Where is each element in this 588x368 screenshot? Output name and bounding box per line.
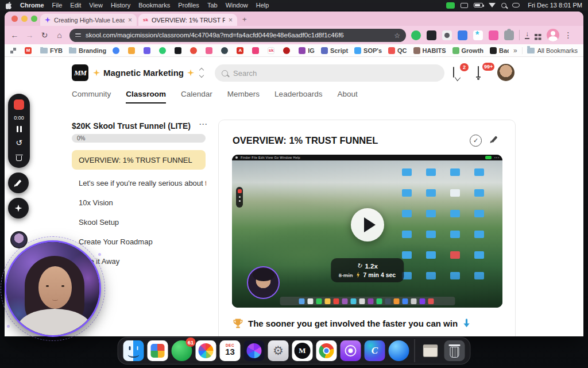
bookmark-item[interactable] <box>113 47 122 54</box>
bookmark-item[interactable] <box>175 47 184 54</box>
window-close-button[interactable] <box>11 16 18 22</box>
presenter-avatar-mini[interactable] <box>10 231 28 248</box>
lesson-item[interactable]: Skool Setup <box>79 218 206 227</box>
app-m[interactable]: M <box>292 340 313 361</box>
search-bar[interactable] <box>215 64 444 82</box>
app-calendar[interactable]: DEC13 <box>220 340 241 361</box>
minimized-window[interactable] <box>420 340 441 361</box>
bookmark-item[interactable]: A <box>237 47 246 54</box>
screen-record-indicator-icon[interactable] <box>446 2 455 9</box>
bookmark-item[interactable] <box>144 47 153 54</box>
app-settings[interactable] <box>268 340 289 361</box>
bookmark-item[interactable]: QC <box>388 47 407 54</box>
user-avatar[interactable] <box>497 64 514 81</box>
display-icon[interactable] <box>461 3 468 8</box>
video-player[interactable]: Finder File Edit View Go Window Help • •… <box>232 155 502 308</box>
bookmark-item[interactable] <box>221 47 230 54</box>
app-photos[interactable] <box>196 340 216 361</box>
window-zoom-button[interactable] <box>31 16 37 22</box>
extension-icon[interactable] <box>489 30 498 40</box>
bookmark-item[interactable] <box>190 47 199 54</box>
url-text[interactable]: skool.com/magicmission/classroom/4c47049… <box>86 32 389 39</box>
tab-close-icon[interactable]: × <box>229 16 233 24</box>
side-panel-grid-icon[interactable] <box>535 34 537 37</box>
community-name-row[interactable]: Magnetic Marketing <box>93 68 194 78</box>
app-podcasts[interactable] <box>341 340 361 361</box>
reload-button[interactable] <box>40 30 49 40</box>
extension-snowflake-icon[interactable] <box>473 30 483 40</box>
community-logo[interactable]: MM <box>72 64 88 81</box>
edit-lesson-button[interactable] <box>489 135 500 145</box>
menu-item-help[interactable]: Help <box>256 2 269 9</box>
menu-item-tab[interactable]: Tab <box>207 2 218 9</box>
bookmark-item[interactable] <box>206 47 215 54</box>
bookmark-star-icon[interactable] <box>394 30 400 40</box>
forward-button[interactable] <box>25 30 34 40</box>
delete-recording-button[interactable] <box>16 153 23 161</box>
bookmark-folder[interactable]: FYB <box>40 47 63 54</box>
dock-trash[interactable] <box>444 340 465 361</box>
chat-button[interactable]: 2 <box>453 67 454 78</box>
tab-calendar[interactable]: Calendar <box>181 90 212 103</box>
address-bar[interactable]: skool.com/magicmission/classroom/4c47049… <box>69 29 406 42</box>
menubar-clock[interactable]: Fri Dec 13 8:01 PM <box>528 2 582 9</box>
play-button[interactable] <box>351 208 384 241</box>
app-finder[interactable] <box>123 340 144 361</box>
bookmark-item[interactable]: IG <box>299 47 315 54</box>
window-minimize-button[interactable] <box>21 16 28 22</box>
bookmark-item[interactable]: Growth <box>452 47 484 54</box>
active-app-menu[interactable]: Chrome <box>20 2 44 9</box>
app-green-badge[interactable]: 61 <box>172 340 192 361</box>
lesson-item-active[interactable]: OVERVIEW: 1% TRUST FUNNEL <box>72 150 206 170</box>
tab-classroom[interactable]: Classroom <box>126 90 166 103</box>
bookmark-item[interactable] <box>283 47 292 54</box>
annotate-button[interactable] <box>8 172 29 193</box>
control-center-icon[interactable] <box>512 3 520 7</box>
spotlight-search-icon[interactable] <box>501 3 506 8</box>
lesson-item[interactable]: Let's see if you're really serious about… <box>79 179 206 187</box>
webcam-bubble[interactable] <box>5 240 101 337</box>
wifi-icon[interactable] <box>489 3 496 11</box>
app-mosaic[interactable] <box>148 340 168 361</box>
menu-item-window[interactable]: Window <box>226 2 248 9</box>
bookmark-item[interactable]: M <box>25 47 34 54</box>
pause-recording-button[interactable] <box>17 126 22 132</box>
lesson-item[interactable]: 10x Vision <box>79 198 206 207</box>
browser-menu-button[interactable] <box>564 30 572 40</box>
bookmark-item[interactable]: Backpak AI <box>490 47 509 54</box>
stop-recording-button[interactable] <box>14 99 24 110</box>
app-chrome[interactable] <box>316 340 337 361</box>
menu-item-profiles[interactable]: Profiles <box>178 2 199 9</box>
bookmark-folder[interactable]: Branding <box>69 47 106 54</box>
extension-icon[interactable] <box>411 30 421 40</box>
extension-icon[interactable] <box>458 30 467 40</box>
tab-community[interactable]: Community <box>72 90 111 103</box>
app-blue-circle[interactable] <box>389 340 409 361</box>
menu-item-history[interactable]: History <box>111 2 130 9</box>
new-tab-button[interactable]: + <box>242 15 247 24</box>
course-menu-button[interactable] <box>199 119 207 129</box>
browser-tab-inactive[interactable]: Creating High-Value Lead Ma... × <box>40 14 137 26</box>
browser-tab-active[interactable]: sk OVERVIEW: 1% TRUST FUNN... × <box>138 14 237 26</box>
bookmark-item[interactable]: sk <box>268 47 277 54</box>
search-input[interactable] <box>233 69 438 78</box>
lesson-item[interactable]: Create Your Roadmap <box>79 237 206 246</box>
downloads-button[interactable] <box>525 31 529 39</box>
menu-item-file[interactable]: File <box>52 2 63 9</box>
bookmark-item[interactable] <box>128 47 137 54</box>
apple-icon[interactable] <box>6 2 12 9</box>
app-canva[interactable] <box>365 340 385 361</box>
community-switcher[interactable] <box>200 68 203 77</box>
extension-camera-icon[interactable] <box>442 30 452 40</box>
menu-item-edit[interactable]: Edit <box>70 2 81 9</box>
restart-recording-button[interactable] <box>16 137 22 148</box>
back-button[interactable] <box>10 30 20 40</box>
bookmarks-overflow-button[interactable]: » <box>509 47 522 55</box>
extension-icon[interactable] <box>427 30 436 40</box>
tab-close-icon[interactable]: × <box>128 16 132 24</box>
tab-members[interactable]: Members <box>227 90 260 103</box>
bookmark-item[interactable] <box>10 48 18 53</box>
bookmark-item[interactable]: Script <box>321 47 348 54</box>
all-bookmarks-button[interactable]: All Bookmarks <box>522 47 578 54</box>
browser-profile-avatar[interactable] <box>547 29 559 41</box>
